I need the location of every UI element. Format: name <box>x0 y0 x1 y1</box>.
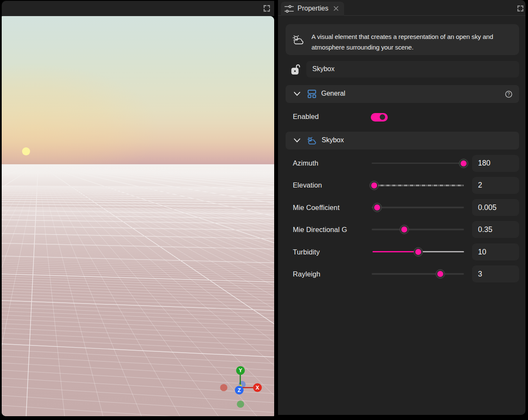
svg-text:X: X <box>256 385 259 391</box>
svg-text:Y: Y <box>239 368 242 373</box>
svg-text:?: ? <box>508 91 510 97</box>
svg-text:Z: Z <box>238 387 241 393</box>
